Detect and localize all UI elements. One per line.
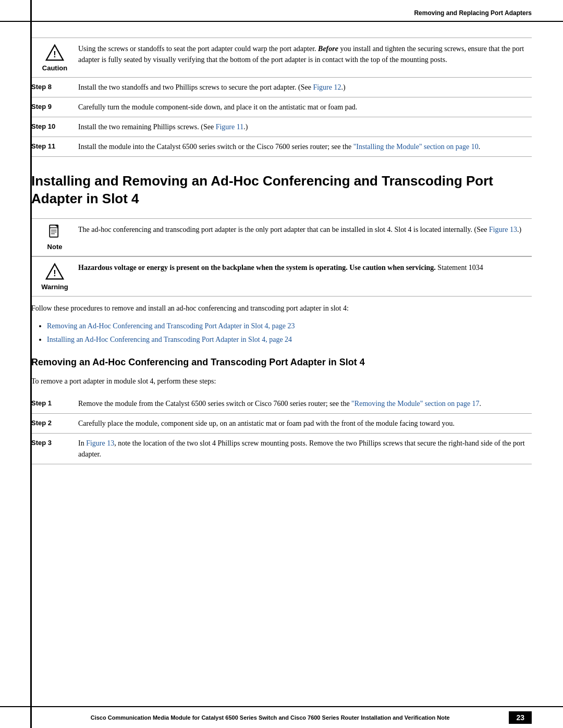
bottom-footer-text: Cisco Communication Media Module for Cat… (91, 714, 450, 721)
steps-remove-group: Step 1 Remove the module from the Cataly… (31, 394, 532, 464)
note-icon-col: Note (31, 224, 78, 251)
remove-intro-para: To remove a port adapter in module slot … (31, 376, 532, 387)
caution-icon-col: ! Caution (31, 43, 78, 72)
figure-11-link[interactable]: Figure 11 (216, 123, 244, 131)
remove-step-2-text: Carefully place the module, component si… (78, 418, 532, 429)
note-text: The ad-hoc conferencing and transcoding … (78, 224, 532, 235)
section-heading: Installing and Removing an Ad-Hoc Confer… (31, 172, 532, 208)
page-container: Removing and Replacing Port Adapters ! C… (0, 0, 563, 728)
subsection-heading: Removing an Ad-Hoc Conferencing and Tran… (31, 356, 532, 368)
remove-step-1-label: Step 1 (31, 398, 78, 407)
warning-text-end: Statement 1034 (437, 264, 483, 272)
step-10-text: Install the two remaining Phillips screw… (78, 121, 532, 132)
caution-triangle-icon: ! (45, 43, 64, 62)
intro-paragraph: Follow these procedures to remove and in… (31, 303, 532, 314)
warning-icon-col: ! Warning (31, 262, 78, 291)
bullet-item-1: Removing an Ad-Hoc Conferencing and Tran… (47, 320, 532, 332)
note-label: Note (47, 243, 63, 251)
removing-slot4-link[interactable]: Removing an Ad-Hoc Conferencing and Tran… (47, 322, 295, 330)
svg-text:!: ! (53, 268, 56, 278)
caution-text: Using the screws or standoffs to seat th… (78, 43, 532, 65)
bottom-page-number: 23 (509, 711, 532, 724)
top-bar: Removing and Replacing Port Adapters (0, 0, 563, 22)
step-11-row: Step 11 Install the module into the Cata… (31, 137, 532, 157)
installing-module-link[interactable]: "Installing the Module" section on page … (353, 143, 479, 151)
step-9-label: Step 9 (31, 102, 78, 110)
note-text-end: .) (517, 226, 521, 233)
bullet-list: Removing an Ad-Hoc Conferencing and Tran… (47, 320, 532, 346)
step-9-row: Step 9 Carefully turn the module compone… (31, 97, 532, 117)
top-header-text: Removing and Replacing Port Adapters (414, 9, 532, 17)
remove-step-2-label: Step 2 (31, 418, 78, 427)
step-10-label: Step 10 (31, 121, 78, 130)
svg-text:!: ! (53, 50, 56, 59)
caution-text-italic: Before (318, 45, 338, 53)
remove-step-3-row: Step 3 In Figure 13, note the location o… (31, 434, 532, 464)
step-10-row: Step 10 Install the two remaining Philli… (31, 117, 532, 137)
warning-label: Warning (41, 283, 68, 291)
caution-text-part1: Using the screws or standoffs to seat th… (78, 45, 316, 53)
step-8-text: Install the two standoffs and two Philli… (78, 82, 532, 93)
bottom-bar: Cisco Communication Media Module for Cat… (0, 706, 563, 728)
installing-slot4-link[interactable]: Installing an Ad-Hoc Conferencing and Tr… (47, 336, 292, 343)
caution-label: Caution (42, 64, 67, 72)
caution-block: ! Caution Using the screws or standoffs … (31, 38, 532, 78)
warning-bold-text: Hazardous voltage or energy is present o… (78, 264, 436, 272)
step-11-text: Install the module into the Catalyst 650… (78, 141, 532, 152)
left-rule (30, 0, 32, 728)
step-8-label: Step 8 (31, 82, 78, 91)
step-11-label: Step 11 (31, 141, 78, 150)
bullet-item-2: Installing an Ad-Hoc Conferencing and Tr… (47, 334, 532, 346)
note-pencil-icon (46, 224, 63, 241)
svg-marker-7 (55, 225, 58, 227)
step-9-text: Carefully turn the module component-side… (78, 102, 532, 113)
note-block: Note The ad-hoc conferencing and transco… (31, 218, 532, 256)
warning-block: ! Warning Hazardous voltage or energy is… (31, 256, 532, 297)
main-content: ! Caution Using the screws or standoffs … (0, 22, 563, 496)
remove-step-1-text: Remove the module from the Catalyst 6500… (78, 398, 532, 409)
remove-step-3-label: Step 3 (31, 438, 78, 447)
removing-module-link[interactable]: "Removing the Module" section on page 17 (351, 400, 480, 408)
remove-step-2-row: Step 2 Carefully place the module, compo… (31, 414, 532, 434)
remove-step-3-text: In Figure 13, note the location of the t… (78, 438, 532, 460)
figure-13-link-note[interactable]: Figure 13 (489, 226, 517, 233)
svg-rect-2 (50, 225, 58, 237)
figure-13-link-step3[interactable]: Figure 13 (86, 439, 114, 447)
warning-triangle-icon: ! (45, 262, 64, 281)
warning-text: Hazardous voltage or energy is present o… (78, 262, 532, 273)
figure-12-link[interactable]: Figure 12 (313, 83, 341, 91)
step-8-row: Step 8 Install the two standoffs and two… (31, 78, 532, 97)
steps-first-group: Step 8 Install the two standoffs and two… (31, 78, 532, 157)
note-text-main: The ad-hoc conferencing and transcoding … (78, 226, 489, 233)
remove-step-1-row: Step 1 Remove the module from the Cataly… (31, 394, 532, 414)
